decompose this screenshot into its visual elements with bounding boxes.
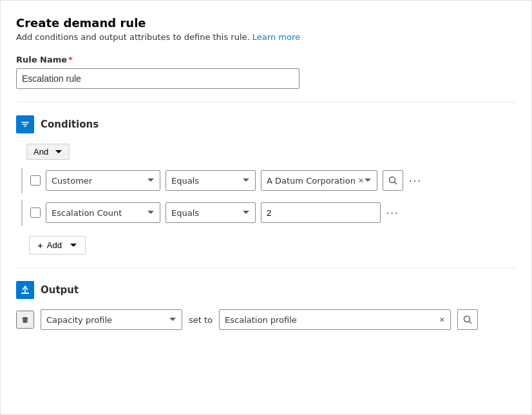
customer-operator-select[interactable]: Equals	[166, 170, 256, 191]
condition-checkbox-2[interactable]	[30, 208, 41, 218]
svg-line-6	[470, 322, 472, 324]
conditions-divider	[16, 102, 516, 102]
escalation-more-button[interactable]: ···	[386, 206, 399, 220]
svg-rect-2	[21, 293, 29, 294]
customer-more-button[interactable]: ···	[408, 174, 421, 188]
svg-point-0	[390, 177, 395, 183]
rule-name-input[interactable]	[16, 68, 299, 89]
capacity-profile-select[interactable]: Capacity profile	[41, 309, 182, 330]
add-condition-button[interactable]: + Add	[29, 236, 86, 255]
conditions-section-header: Conditions	[16, 115, 516, 133]
customer-search-button[interactable]	[383, 170, 403, 191]
learn-more-link[interactable]: Learn more	[252, 32, 300, 42]
customer-tag-close[interactable]: ✕	[358, 177, 364, 185]
page-title: Create demand rule	[16, 16, 516, 30]
output-search-button[interactable]	[457, 309, 478, 330]
output-row: Capacity profile set to Escalation profi…	[16, 309, 516, 330]
output-value-box[interactable]: Escalation profile ✕	[219, 309, 451, 330]
output-tag-close[interactable]: ✕	[439, 316, 445, 324]
svg-point-5	[464, 316, 470, 322]
output-icon	[16, 281, 34, 299]
output-section-header: Output	[16, 281, 516, 299]
set-to-label: set to	[189, 315, 213, 325]
customer-value-input[interactable]: A Datum Corporation ✕	[261, 170, 377, 191]
svg-rect-4	[22, 318, 28, 318]
conditions-area: And Customer Equals A Datu	[21, 144, 516, 255]
rule-name-label: Rule Name*	[16, 55, 516, 64]
customer-field-select[interactable]: Customer	[46, 170, 160, 191]
output-divider	[16, 267, 516, 268]
svg-line-1	[395, 182, 397, 185]
and-button[interactable]: And	[26, 144, 70, 160]
page-container: Create demand rule Add conditions and ou…	[0, 0, 532, 415]
escalation-field-select[interactable]: Escalation Count	[46, 202, 160, 223]
escalation-value-input[interactable]	[261, 202, 381, 223]
condition-checkbox-1[interactable]	[30, 175, 41, 186]
condition-row: Escalation Count Equals ···	[21, 200, 516, 226]
conditions-title: Conditions	[41, 119, 99, 130]
delete-output-button[interactable]	[16, 311, 34, 329]
escalation-operator-select[interactable]: Equals	[166, 202, 256, 223]
svg-rect-3	[23, 317, 27, 318]
condition-row: Customer Equals A Datum Corporation ✕	[21, 168, 516, 193]
output-title: Output	[41, 284, 79, 296]
conditions-icon	[16, 115, 34, 133]
output-section: Output Capacity profile set to Escalatio…	[16, 281, 516, 330]
page-subtitle: Add conditions and output attributes to …	[16, 32, 516, 42]
plus-icon: +	[37, 240, 43, 251]
